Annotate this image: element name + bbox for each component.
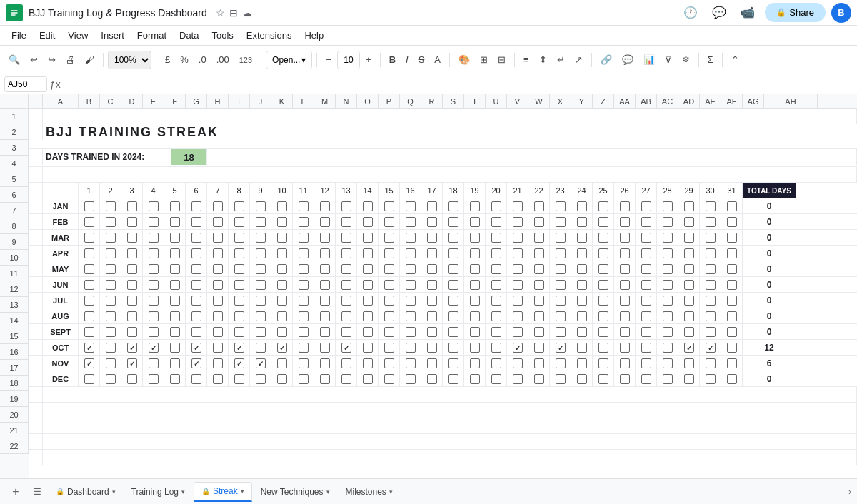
formula-input[interactable] — [64, 78, 853, 91]
checkbox-apr-d31[interactable] — [727, 248, 737, 258]
checkbox-mar-d10[interactable] — [277, 233, 287, 243]
freeze-btn[interactable]: ❄ — [678, 51, 694, 68]
checkbox-dec-d28[interactable] — [663, 374, 673, 384]
checkbox-mar-d17[interactable] — [427, 233, 437, 243]
checkbox-jun-d17[interactable] — [427, 280, 437, 290]
checkbox-feb-d2[interactable] — [106, 217, 116, 227]
bold-btn[interactable]: B — [385, 51, 400, 68]
checkbox-jul-d15[interactable] — [384, 296, 394, 306]
checkbox-nov-d22[interactable] — [534, 358, 544, 368]
checkbox-apr-d18[interactable] — [448, 248, 458, 258]
checkbox-may-d10[interactable] — [277, 264, 287, 274]
checkbox-jun-d19[interactable] — [470, 280, 480, 290]
checkbox-feb-d1[interactable] — [84, 217, 94, 227]
checkbox-feb-d10[interactable] — [277, 217, 287, 227]
checkbox-may-d24[interactable] — [577, 264, 587, 274]
checkbox-feb-d16[interactable] — [406, 217, 416, 227]
checkbox-nov-d1[interactable] — [84, 358, 94, 368]
checkbox-jul-d27[interactable] — [641, 296, 651, 306]
checkbox-nov-d3[interactable] — [127, 358, 137, 368]
checkbox-aug-d26[interactable] — [620, 311, 630, 321]
checkbox-nov-d16[interactable] — [406, 358, 416, 368]
checkbox-dec-d18[interactable] — [448, 374, 458, 384]
checkbox-jan-d28[interactable] — [663, 201, 673, 211]
checkbox-jan-d30[interactable] — [706, 201, 716, 211]
checkbox-mar-d8[interactable] — [234, 233, 244, 243]
checkbox-nov-d11[interactable] — [299, 358, 309, 368]
checkbox-dec-d8[interactable] — [234, 374, 244, 384]
checkbox-nov-d20[interactable] — [491, 358, 501, 368]
checkbox-nov-d14[interactable] — [363, 358, 373, 368]
checkbox-aug-d31[interactable] — [727, 311, 737, 321]
menu-tools[interactable]: Tools — [206, 28, 239, 43]
checkbox-nov-d13[interactable] — [341, 358, 351, 368]
checkbox-dec-d7[interactable] — [213, 374, 223, 384]
checkbox-jul-d13[interactable] — [341, 296, 351, 306]
checkbox-jun-d23[interactable] — [556, 280, 566, 290]
checkbox-nov-d24[interactable] — [577, 358, 587, 368]
tab-add-btn[interactable]: + — [6, 482, 26, 502]
checkbox-aug-d10[interactable] — [277, 311, 287, 321]
checkbox-may-d7[interactable] — [213, 264, 223, 274]
checkbox-may-d2[interactable] — [106, 264, 116, 274]
checkbox-feb-d17[interactable] — [427, 217, 437, 227]
checkbox-nov-d12[interactable] — [320, 358, 330, 368]
checkbox-mar-d25[interactable] — [598, 233, 608, 243]
checkbox-jan-d7[interactable] — [213, 201, 223, 211]
checkbox-apr-d12[interactable] — [320, 248, 330, 258]
checkbox-mar-d18[interactable] — [448, 233, 458, 243]
checkbox-feb-d6[interactable] — [191, 217, 201, 227]
checkbox-apr-d30[interactable] — [706, 248, 716, 258]
checkbox-jun-d29[interactable] — [684, 280, 694, 290]
checkbox-jun-d13[interactable] — [341, 280, 351, 290]
menu-file[interactable]: File — [6, 28, 32, 43]
checkbox-nov-d19[interactable] — [470, 358, 480, 368]
tab-menu-btn[interactable]: ☰ — [27, 482, 47, 502]
checkbox-may-d26[interactable] — [620, 264, 630, 274]
checkbox-dec-d22[interactable] — [534, 374, 544, 384]
checkbox-jan-d17[interactable] — [427, 201, 437, 211]
checkbox-jun-d14[interactable] — [363, 280, 373, 290]
checkbox-may-d14[interactable] — [363, 264, 373, 274]
checkbox-may-d13[interactable] — [341, 264, 351, 274]
checkbox-may-d19[interactable] — [470, 264, 480, 274]
valign-btn[interactable]: ⇕ — [535, 51, 551, 68]
checkbox-oct-d4[interactable] — [149, 343, 159, 353]
expand-btn[interactable]: ⌃ — [727, 51, 743, 68]
tab-training-log[interactable]: Training Log ▾ — [124, 482, 192, 502]
checkbox-may-d15[interactable] — [384, 264, 394, 274]
checkbox-mar-d11[interactable] — [299, 233, 309, 243]
checkbox-oct-d6[interactable] — [191, 343, 201, 353]
checkbox-jun-d22[interactable] — [534, 280, 544, 290]
checkbox-jan-d15[interactable] — [384, 201, 394, 211]
checkbox-apr-d11[interactable] — [299, 248, 309, 258]
checkbox-may-d3[interactable] — [127, 264, 137, 274]
checkbox-apr-d4[interactable] — [149, 248, 159, 258]
checkbox-may-d1[interactable] — [84, 264, 94, 274]
decimal-dec-btn[interactable]: .0 — [194, 51, 211, 68]
checkbox-dec-d23[interactable] — [556, 374, 566, 384]
checkbox-aug-d4[interactable] — [149, 311, 159, 321]
checkbox-mar-d26[interactable] — [620, 233, 630, 243]
font-size-minus[interactable]: − — [321, 51, 336, 68]
checkbox-dec-d2[interactable] — [106, 374, 116, 384]
checkbox-jul-d10[interactable] — [277, 296, 287, 306]
checkbox-jan-d27[interactable] — [641, 201, 651, 211]
checkbox-jul-d1[interactable] — [84, 296, 94, 306]
checkbox-apr-d5[interactable] — [170, 248, 180, 258]
checkbox-nov-d7[interactable] — [213, 358, 223, 368]
checkbox-aug-d15[interactable] — [384, 311, 394, 321]
checkbox-nov-d29[interactable] — [684, 358, 694, 368]
avatar[interactable]: B — [831, 3, 851, 23]
checkbox-dec-d29[interactable] — [684, 374, 694, 384]
checkbox-may-d28[interactable] — [663, 264, 673, 274]
checkbox-nov-d2[interactable] — [106, 358, 116, 368]
checkbox-jul-d31[interactable] — [727, 296, 737, 306]
checkbox-may-d4[interactable] — [149, 264, 159, 274]
checkbox-sept-d18[interactable] — [448, 327, 458, 337]
checkbox-jul-d5[interactable] — [170, 296, 180, 306]
checkbox-sept-d17[interactable] — [427, 327, 437, 337]
checkbox-jun-d8[interactable] — [234, 280, 244, 290]
checkbox-oct-d3[interactable] — [127, 343, 137, 353]
checkbox-jan-d3[interactable] — [127, 201, 137, 211]
